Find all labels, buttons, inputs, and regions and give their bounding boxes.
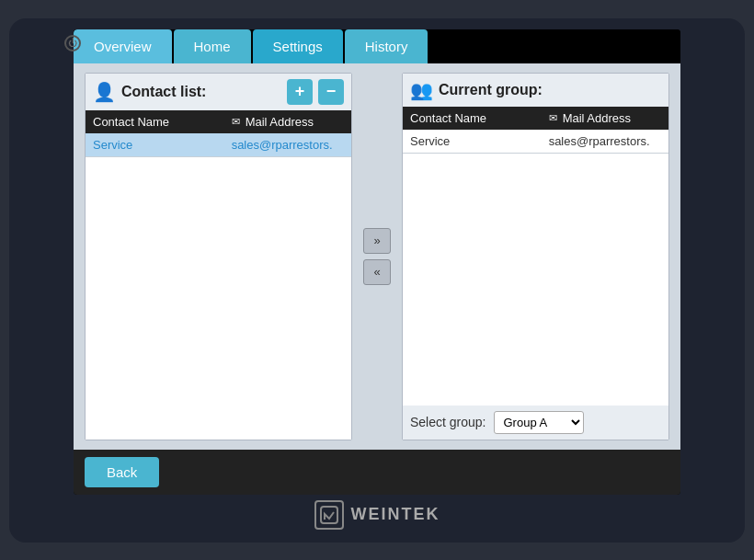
- current-group-col-headers: Contact Name ✉ Mail Address: [403, 107, 668, 130]
- contact-list-row-0[interactable]: Service sales@rparrestors.: [86, 133, 351, 157]
- bottom-bar: Back: [74, 450, 680, 495]
- contact-list-row-0-name: Service: [86, 133, 224, 156]
- tab-overview[interactable]: Overview: [74, 29, 172, 63]
- screen-content: 👤 Contact list: + − Contact Name ✉ Mail …: [74, 63, 680, 450]
- weintek-logo-svg: [319, 505, 339, 525]
- contact-list-row-0-email: sales@rparrestors.: [224, 133, 351, 156]
- tab-home[interactable]: Home: [174, 29, 251, 63]
- contact-list-empty-area: [86, 157, 351, 440]
- current-group-col-name: Contact Name: [403, 107, 542, 130]
- select-group-row: Select group: Group A Group B Group C: [403, 406, 668, 440]
- logo-bar: WEINTEK: [314, 500, 440, 530]
- power-button[interactable]: ⏻: [64, 35, 81, 51]
- group-select[interactable]: Group A Group B Group C: [494, 411, 584, 434]
- mail-icon-right: ✉: [549, 112, 557, 124]
- select-group-label: Select group:: [410, 415, 486, 429]
- contact-list-col-mail: ✉ Mail Address: [224, 110, 351, 133]
- contact-list-panel: 👤 Contact list: + − Contact Name ✉ Mail …: [85, 73, 352, 440]
- tab-bar: Overview Home Settings History: [74, 29, 680, 63]
- current-group-header: 👥 Current group:: [403, 74, 668, 107]
- current-group-panel: 👥 Current group: Contact Name ✉ Mail Add…: [402, 73, 669, 440]
- mail-icon-left: ✉: [232, 116, 240, 128]
- back-button[interactable]: Back: [85, 457, 159, 487]
- contact-list-header: 👤 Contact list: + −: [86, 74, 351, 110]
- screen: Overview Home Settings History 👤 Contact…: [74, 29, 680, 495]
- svg-rect-0: [321, 507, 337, 523]
- tab-settings[interactable]: Settings: [253, 29, 343, 63]
- contact-list-person-icon: 👤: [93, 81, 116, 103]
- weintek-logo-icon: [314, 500, 344, 530]
- add-contact-button[interactable]: +: [287, 79, 313, 105]
- weintek-logo-text: WEINTEK: [351, 505, 440, 524]
- transfer-backward-button[interactable]: «: [363, 259, 391, 285]
- panels-row: 👤 Contact list: + − Contact Name ✉ Mail …: [85, 73, 669, 440]
- remove-contact-button[interactable]: −: [318, 79, 344, 105]
- contact-list-col-name: Contact Name: [86, 110, 224, 133]
- current-group-row-0-email: sales@rparrestors.: [542, 130, 668, 153]
- current-group-title: Current group:: [439, 82, 661, 98]
- contact-list-col-headers: Contact Name ✉ Mail Address: [86, 110, 351, 133]
- current-group-row-0[interactable]: Service sales@rparrestors.: [403, 130, 668, 154]
- transfer-buttons: » «: [360, 73, 394, 440]
- transfer-forward-button[interactable]: »: [363, 228, 391, 254]
- tab-history[interactable]: History: [345, 29, 428, 63]
- device-frame: ⏻ Overview Home Settings History 👤 Conta…: [9, 18, 745, 543]
- power-icon: ⏻: [68, 38, 77, 48]
- current-group-person-icon: 👥: [410, 79, 433, 101]
- current-group-row-0-name: Service: [403, 130, 542, 153]
- contact-list-title: Contact list:: [121, 84, 281, 100]
- current-group-col-mail: ✉ Mail Address: [542, 107, 668, 130]
- current-group-empty-area: [403, 154, 668, 406]
